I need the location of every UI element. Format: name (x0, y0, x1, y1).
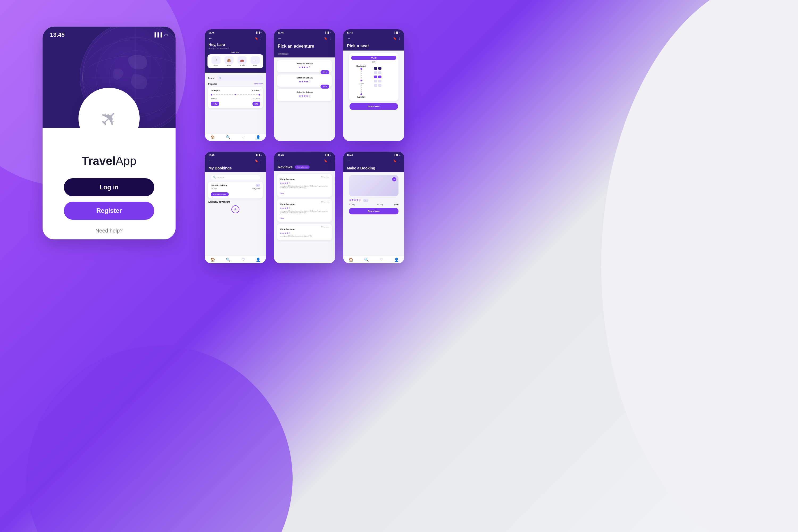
flight-card-1[interactable]: Budapest London ✈ 9:00AM 11:30AM jetty $… (208, 87, 263, 108)
reply-link-2[interactable]: Reply (280, 217, 284, 219)
booking-title: Safari in Sahara (211, 184, 227, 187)
bookmark-icon-3[interactable]: 🔖 (324, 37, 327, 40)
login-button[interactable]: Log in (64, 178, 154, 196)
more-icon-5[interactable]: ⋮ (260, 159, 262, 162)
seat-avail-4[interactable] (378, 80, 381, 82)
app-title: TravelApp (82, 154, 136, 168)
image-placeholder-fill (349, 175, 398, 196)
stars-qty-row: ★★★★☆ 2 (349, 198, 398, 203)
status-time-5: 13.45 (209, 154, 215, 156)
seat-taken-2[interactable] (378, 67, 381, 70)
back-button-5[interactable]: ← (209, 158, 212, 163)
reviews-nav: ← 🔖 ⋮ (274, 157, 335, 165)
back-button-3[interactable]: ← (278, 36, 281, 40)
back-button-4[interactable]: ← (347, 36, 350, 40)
status-bar-5: 13.45 ▐▐▐ ▭ (205, 152, 266, 157)
adventure-card-2[interactable]: Safari in Sahara ★★★★☆ $99 (277, 75, 332, 87)
nav-profile[interactable]: 👤 (256, 135, 261, 139)
need-help-text[interactable]: Need help? (95, 228, 122, 234)
greeting-text: Hey, Lara (205, 42, 266, 48)
contact-vendor-button[interactable]: Contact Vendor (211, 192, 229, 196)
nav-heart[interactable]: ♡ (242, 135, 245, 139)
bg-decoration-circle-bottom (26, 346, 292, 532)
reviews-title: Reviews (278, 165, 292, 169)
make-booking-header: 13.45 ▐▐▐ ▭ ← 🔖 ⋮ Make a Booking (343, 152, 404, 172)
bookmark-icon-2[interactable]: 🔖 (255, 37, 258, 40)
more-icon-2[interactable]: ⋮ (260, 37, 262, 40)
reply-link-1[interactable]: Reply (280, 192, 284, 194)
phone-bookings: 13.45 ▐▐▐ ▭ ← 🔖 ⋮ My Bookings 🔍 Search S… (205, 152, 266, 263)
seat-avail-6[interactable] (378, 84, 381, 87)
more-icon-7[interactable]: ⋮ (398, 159, 401, 162)
category-hotels[interactable]: 🏨 Hotels (223, 56, 234, 66)
origin-city: Budapest (357, 65, 366, 67)
booking-stars: ★★★★☆ (349, 198, 361, 201)
nav-explore-5[interactable]: 🔍 (226, 258, 230, 262)
more-icon-6[interactable]: ⋮ (329, 159, 331, 162)
adventure-card-1[interactable]: Safari in Sahara ★★★★☆ $99 (277, 60, 332, 72)
review-author-3: Maria Jackson 3 Days Ago (280, 226, 329, 231)
seat-avail-3[interactable] (374, 80, 377, 82)
seat-selected-2[interactable] (378, 76, 381, 78)
bottom-nav-5: 🏠 🔍 ♡ 👤 (205, 255, 266, 263)
seat-avail-5[interactable] (374, 84, 377, 87)
nav-heart-7[interactable]: ♡ (380, 258, 383, 262)
nav-profile-5[interactable]: 👤 (256, 258, 261, 262)
nav-icons-5: 🔖 ⋮ (255, 159, 262, 162)
seat-taken-1[interactable] (374, 67, 377, 70)
more-icon-4[interactable]: ⋮ (398, 37, 401, 40)
adventure-price-1: $99 (321, 70, 329, 74)
route-dashed-seat-2 (361, 84, 361, 93)
seat-avail-1[interactable] (374, 71, 377, 74)
add-adventure-button[interactable]: + (231, 205, 240, 213)
add-image-button[interactable]: + (392, 177, 396, 182)
book-now-button[interactable]: Book Now (349, 208, 398, 214)
booking-card-1[interactable]: Safari in Sahara ✓ 15 July Fully Paid Co… (208, 182, 263, 198)
search-bookings[interactable]: 🔍 Search (211, 175, 260, 179)
booking-total-price: $200 (394, 204, 398, 206)
booking-payment: Fully Paid (252, 188, 260, 190)
category-car-rent[interactable]: 🚗 Car Rent (236, 56, 248, 66)
write-review-button[interactable]: Write a Review (295, 166, 310, 169)
nav-home-7[interactable]: 🏠 (349, 258, 353, 262)
status-bar-main: 13.45 ▐▐▐ ▭ (50, 32, 168, 38)
nav-home-5[interactable]: 🏠 (210, 258, 215, 262)
filter-badge-3[interactable]: ▼ ▼ Filter (278, 53, 289, 55)
search-input-bar[interactable]: 🔍 (217, 75, 263, 81)
flight-cities: Budapest London (211, 89, 260, 92)
nav-home[interactable]: 🏠 (210, 135, 215, 139)
hotels-icon: 🏨 (225, 56, 233, 64)
back-button-2[interactable]: ← (209, 36, 212, 40)
category-flights[interactable]: ✈ Flights (210, 56, 222, 66)
bookmark-icon-6[interactable]: 🔖 (324, 159, 327, 162)
category-more[interactable]: ⋯ More (249, 56, 261, 66)
reviewer-name-2: Maria Jackson (280, 203, 294, 205)
nav-heart-5[interactable]: ♡ (242, 258, 245, 262)
bookmark-icon-4[interactable]: 🔖 (393, 37, 396, 40)
view-more-link[interactable]: View More (254, 83, 263, 86)
seat-avail-2[interactable] (378, 71, 381, 74)
signal-icon-4: ▐▐▐ (394, 32, 398, 34)
nav-explore-7[interactable]: 🔍 (364, 258, 369, 262)
phone-reviews: 13.45 ▐▐▐ ▭ ← 🔖 ⋮ Reviews Write a Review… (274, 152, 335, 263)
flight-from: Budapest (211, 89, 220, 92)
seat-selected-1[interactable] (374, 76, 377, 78)
more-icon-3[interactable]: ⋮ (329, 37, 331, 40)
adventure-card-3[interactable]: Safari in Sahara ★★★★☆ (277, 89, 332, 101)
search-row: Search 🔍 (208, 75, 263, 81)
status-bar-2: 13.45 ▐▐▐ ▭ (205, 29, 266, 35)
nav-explore[interactable]: 🔍 (226, 135, 230, 139)
book-now-button-seat[interactable]: Book Now (349, 103, 398, 110)
nav-profile-7[interactable]: 👤 (394, 258, 399, 262)
register-button[interactable]: Register (64, 202, 154, 220)
route-dashed (213, 94, 233, 95)
booking-quantity[interactable]: 2 (363, 199, 368, 202)
reviews-header: 13.45 ▐▐▐ ▭ ← 🔖 ⋮ Reviews Write a Review (274, 152, 335, 171)
bookmark-icon-7[interactable]: 🔖 (393, 159, 396, 162)
status-time-3: 13.45 (278, 32, 284, 34)
booking-date: 15 July (211, 188, 216, 190)
back-button-6[interactable]: ← (278, 158, 281, 163)
bookmark-icon-5[interactable]: 🔖 (255, 159, 258, 162)
phone-splash: 13.45 ▐▐▐ ▭ ✈ TravelApp Log in Register … (42, 26, 175, 240)
back-button-7[interactable]: ← (347, 158, 350, 163)
